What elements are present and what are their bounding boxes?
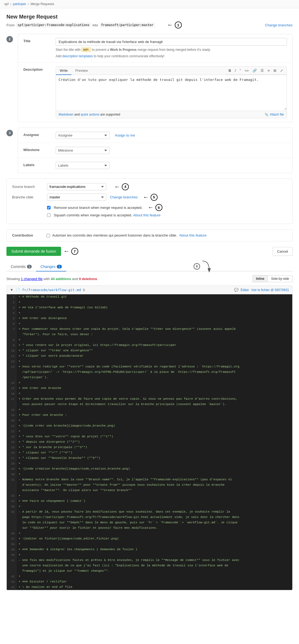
diff-line: 42+ bbox=[7, 574, 292, 579]
quick-actions-link[interactable]: quick actions bbox=[81, 113, 99, 116]
attach-file-button[interactable]: 📎 Attach file bbox=[265, 113, 284, 116]
view-file-link[interactable]: Voir le fichier @ 58579931 bbox=[251, 288, 289, 292]
remove-source-label: Remove source branch when merge request … bbox=[47, 206, 143, 210]
diff-file: ▼ 📄 fr/framacode/workflow-git.md ⎘ 💬 Édi… bbox=[6, 285, 293, 590]
toolbar-bold[interactable]: B bbox=[227, 68, 232, 73]
target-branch-select[interactable]: master bbox=[47, 194, 106, 201]
diff-line: page https://participer.framasoft.org/fr… bbox=[7, 515, 292, 520]
toolbar-numbered[interactable]: ≡ bbox=[266, 68, 271, 73]
inline-view-button[interactable]: Inline bbox=[252, 275, 268, 282]
markdown-link[interactable]: Markdown bbox=[59, 113, 73, 116]
description-label: Description bbox=[23, 66, 56, 71]
from-into-line: From spf/participer:framacode-explicatio… bbox=[6, 22, 293, 28]
tab-changes[interactable]: Changes 1 bbox=[36, 262, 66, 271]
diff-content: 1+ # Méthode de travail git2+3+ ## Via l… bbox=[7, 294, 292, 590]
diff-line: 20+ bbox=[7, 418, 292, 423]
paperclip-icon: 📎 bbox=[265, 113, 269, 116]
squash-about-link[interactable]: About this feature bbox=[133, 213, 161, 217]
toolbar-code[interactable]: <> bbox=[243, 68, 250, 73]
diff-line: /spf/participer/` -> `https://framagit.o… bbox=[7, 370, 292, 375]
contribution-about-link[interactable]: About this feature bbox=[179, 233, 207, 237]
diff-line: 19+ Pour créer une branche : bbox=[7, 413, 292, 418]
diff-line: 30+ bbox=[7, 472, 292, 477]
diff-line: 38+ bbox=[7, 542, 292, 547]
action-row: Submit demande de fusion ← 7 Cancel bbox=[6, 247, 293, 256]
submit-button[interactable]: Submit demande de fusion bbox=[6, 247, 61, 256]
diff-line: 1+ # Méthode de travail git bbox=[7, 294, 292, 300]
diff-line: 12+ bbox=[7, 359, 292, 364]
toolbar-italic[interactable]: I bbox=[234, 68, 237, 73]
file-path: fr/framacode/workflow-git.md bbox=[22, 288, 81, 292]
squash-commits-checkbox[interactable] bbox=[47, 213, 51, 217]
comment-icon[interactable]: 💬 bbox=[234, 288, 239, 292]
additions-count: 44 additions bbox=[51, 277, 71, 281]
assign-to-me-link[interactable]: Assign to me bbox=[115, 133, 135, 137]
tab-commits[interactable]: Commits 1 bbox=[6, 262, 36, 271]
deletions-count: 0 deletions bbox=[79, 277, 97, 281]
file-icon: 📄 bbox=[16, 288, 20, 292]
labels-select[interactable]: Labels bbox=[56, 162, 109, 169]
diff-line: 16+ bbox=[7, 391, 292, 396]
edit-file-link[interactable]: Éditer bbox=[241, 288, 249, 292]
side-by-side-button[interactable]: Side-by-side bbox=[268, 275, 293, 282]
toolbar-fullscreen[interactable]: ⤢ bbox=[279, 68, 284, 73]
diff-line: 36+ bbox=[7, 531, 292, 536]
assignee-select[interactable]: Assignee bbox=[56, 132, 109, 139]
diff-line: 18+ bbox=[7, 407, 292, 413]
diff-line: une courte explication de ce que j'ai fa… bbox=[7, 563, 292, 568]
page-title: New Merge Request bbox=[6, 14, 293, 20]
source-branch-label: spf/participer:framacode-explications bbox=[16, 23, 91, 27]
breadcrumb-participer[interactable]: participer bbox=[13, 2, 26, 6]
step-2: 2 bbox=[6, 36, 13, 42]
milestone-select[interactable]: Milestone bbox=[56, 147, 109, 154]
remove-source-checkbox[interactable] bbox=[47, 206, 51, 209]
diff-line: 11+ * cliquer sur votre pseudo/avatar bbox=[7, 353, 292, 359]
diff-line: 26+ * cliquez sur **+** (**4**) bbox=[7, 450, 292, 456]
description-textarea[interactable]: Création d'un tuto pour expliquer la mét… bbox=[56, 75, 287, 110]
breadcrumb-spf: spf bbox=[4, 2, 9, 6]
tab-write[interactable]: Write bbox=[56, 67, 72, 75]
description-templates-link[interactable]: description templates bbox=[62, 54, 93, 58]
diff-line: 4+ bbox=[7, 310, 292, 316]
diff-line: 13+ Vous serez redirigé sur **votre** co… bbox=[7, 364, 292, 370]
title-input[interactable] bbox=[56, 38, 287, 46]
changed-file-link[interactable]: 1 changed file bbox=[21, 277, 43, 281]
changes-badge: 1 bbox=[57, 265, 62, 269]
diff-line: 28+ bbox=[7, 461, 292, 466]
tab-preview[interactable]: Preview bbox=[72, 67, 91, 75]
source-branch-select[interactable]: framacode-explications bbox=[47, 183, 106, 190]
contribution-checkbox[interactable] bbox=[47, 234, 50, 237]
diff-line: 8+ bbox=[7, 337, 292, 343]
diff-line: 31- Nommez votre branche dans la case **… bbox=[7, 477, 292, 482]
toolbar-quote[interactable]: " bbox=[238, 68, 242, 73]
diff-line: 17+ Créer une branche vous permet de fai… bbox=[7, 396, 292, 402]
breadcrumb: spf › participer › Merge Requests bbox=[0, 0, 299, 8]
diff-line: /participer`). bbox=[7, 375, 292, 380]
target-branch-label: framasoft/participer:master bbox=[100, 23, 155, 27]
diff-line: 39+ ### Demander à intégrer les changeme… bbox=[7, 547, 292, 552]
title-label: Title bbox=[23, 38, 56, 43]
diff-line: 32+ bbox=[7, 493, 292, 499]
collapse-icon[interactable]: ▼ bbox=[10, 288, 13, 292]
toolbar-link[interactable]: 🔗 bbox=[251, 68, 258, 73]
cancel-button[interactable]: Cancel bbox=[273, 247, 293, 256]
diff-line: 44+ \ No newline at end of file bbox=[7, 585, 292, 590]
labels-label: Labels bbox=[23, 162, 56, 167]
squash-commits-label: Squash commits when merge request is acc… bbox=[47, 213, 132, 217]
commits-badge: 1 bbox=[27, 265, 32, 269]
diff-line: 3+ ## Via l'interface web de Framagit (o… bbox=[7, 305, 292, 310]
diff-line: 40+ bbox=[7, 552, 292, 558]
copy-path-button[interactable]: ⎘ bbox=[83, 288, 85, 292]
diff-line: 24+ * depuis une divergence (**2**) bbox=[7, 439, 292, 445]
diff-line: 10+ * cliquer sur **Créer une divergence… bbox=[7, 348, 292, 353]
toolbar-table[interactable]: ⊞ bbox=[272, 68, 278, 73]
diff-line: *forker*). Pour ce faire, vous devez : bbox=[7, 332, 292, 337]
milestone-label: Milestone bbox=[23, 147, 56, 152]
toolbar-bullets[interactable]: ☰ bbox=[259, 68, 265, 73]
diff-line: 43+ ### Discuter / rectifier bbox=[7, 579, 292, 585]
diff-line: 35- A partir de là, vous pouvez faire le… bbox=[7, 509, 292, 515]
change-branches-link[interactable]: Change branches bbox=[265, 23, 293, 27]
diff-line: le code en cliquant sur **Dépôt** dans l… bbox=[7, 520, 292, 525]
diff-line: 34+ bbox=[7, 504, 292, 509]
change-branches-field-link[interactable]: Change branches bbox=[110, 195, 138, 199]
